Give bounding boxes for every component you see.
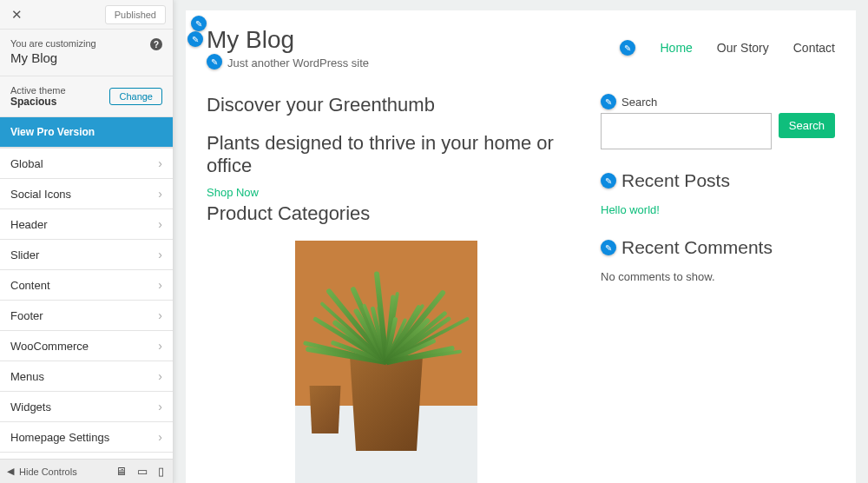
search-button[interactable]: Search [779,113,835,138]
panel-label: Widgets [10,400,51,414]
chevron-right-icon: › [158,430,162,444]
chevron-right-icon: › [158,217,162,231]
tablet-preview-icon[interactable]: ▭ [137,465,148,478]
sidebar-footer: ◀ Hide Controls 🖥 ▭ ▯ [0,459,173,483]
chevron-right-icon: › [158,156,162,170]
chevron-right-icon: › [158,400,162,414]
panel-label: Content [10,279,50,292]
recent-posts-widget: ✎ Recent Posts Hello world! [601,170,835,216]
panel-slider[interactable]: Slider› [0,240,173,270]
site-tagline: Just another WordPress site [227,56,369,69]
chevron-right-icon: › [158,339,162,353]
edit-shortcut-icon[interactable]: ✎ [191,16,207,31]
site-branding: ✎ My Blog ✎ Just another WordPress site [207,26,369,69]
close-customizer-button[interactable]: ✕ [3,2,30,28]
edit-shortcut-icon[interactable]: ✎ [207,54,222,69]
panel-label: Global [10,157,43,170]
panel-footer[interactable]: Footer› [0,301,173,331]
primary-nav: ✎ Home Our Story Contact [620,40,835,56]
hero-heading-1: Discover your Greenthumb [207,94,566,116]
panel-label: WooCommerce [10,340,89,353]
panel-header[interactable]: Header› [0,209,173,240]
main-content: Discover your Greenthumb Plants designed… [207,94,566,483]
mobile-preview-icon[interactable]: ▯ [158,465,164,478]
desktop-preview-icon[interactable]: 🖥 [115,465,127,478]
active-theme-row: Active theme Spacious Change [0,76,173,117]
customizing-site-name: My Blog [10,50,162,65]
chevron-right-icon: › [158,187,162,201]
shop-now-link[interactable]: Shop Now [207,186,259,199]
edit-shortcut-icon[interactable]: ✎ [601,94,616,109]
edit-shortcut-icon[interactable]: ✎ [601,240,616,255]
panel-global[interactable]: Global› [0,148,173,179]
recent-posts-title: Recent Posts [621,170,730,191]
panel-woocommerce[interactable]: WooCommerce› [0,331,173,361]
hide-controls-button[interactable]: ◀ Hide Controls [3,466,115,477]
panel-additional-css[interactable]: Additional CSS› [0,453,173,459]
nav-our-story[interactable]: Our Story [717,41,769,55]
active-theme-label: Active theme [10,85,66,96]
search-input[interactable] [601,113,772,149]
search-widget: ✎ Search Search [601,94,835,149]
help-icon[interactable]: ? [150,38,162,50]
edit-shortcut-icon[interactable]: ✎ [620,40,635,56]
sidebar-top-bar: ✕ Published [0,0,173,30]
product-categories-heading: Product Categories [207,202,566,225]
panel-homepage-settings[interactable]: Homepage Settings› [0,422,173,453]
chevron-right-icon: › [158,308,162,322]
panel-content[interactable]: Content› [0,270,173,301]
nav-contact[interactable]: Contact [793,41,835,55]
panel-label: Homepage Settings [10,431,109,444]
panel-label: Header [10,218,48,231]
chevron-right-icon: › [158,369,162,383]
no-comments-text: No comments to show. [601,270,835,283]
sidebar-widgets: ✎ Search Search ✎ Recent Posts [601,94,835,483]
site-preview: ✎ ✎ My Blog ✎ Just another WordPress sit… [186,10,856,483]
chevron-right-icon: › [158,248,162,261]
collapse-icon: ◀ [7,466,14,477]
change-theme-button[interactable]: Change [109,88,162,105]
site-header: ✎ My Blog ✎ Just another WordPress site … [186,10,856,76]
device-preview-toggles: 🖥 ▭ ▯ [115,465,169,478]
view-pro-version-button[interactable]: View Pro Version [0,117,173,148]
site-title[interactable]: My Blog [207,26,369,54]
search-widget-label: Search [621,96,657,109]
customizer-sidebar: ✕ Published You are customizing My Blog … [0,0,174,483]
customizing-info: You are customizing My Blog ? [0,30,173,76]
recent-comments-title: Recent Comments [621,237,773,258]
edit-shortcut-icon[interactable]: ✎ [601,173,616,189]
hide-controls-label: Hide Controls [19,466,77,477]
preview-frame-wrap: ✎ ✎ My Blog ✎ Just another WordPress sit… [174,0,868,483]
hero-heading-2: Plants designed to thrive in your home o… [207,132,566,177]
chevron-right-icon: › [158,278,162,292]
site-body: Discover your Greenthumb Plants designed… [186,76,856,483]
panel-label: Slider [10,248,39,261]
active-theme-name: Spacious [10,96,66,108]
category-image[interactable] [295,241,477,483]
customizing-label: You are customizing [10,38,162,49]
customizer-panel-list: Global› Social Icons› Header› Slider› Co… [0,148,173,459]
panel-label: Social Icons [10,188,71,201]
panel-menus[interactable]: Menus› [0,361,173,392]
panel-label: Footer [10,309,43,322]
recent-comments-widget: ✎ Recent Comments No comments to show. [601,237,835,283]
panel-label: Menus [10,370,44,383]
recent-post-link[interactable]: Hello world! [601,203,835,216]
panel-widgets[interactable]: Widgets› [0,392,173,422]
publish-status-button[interactable]: Published [105,5,166,24]
nav-home[interactable]: Home [660,41,692,55]
edit-shortcut-icon[interactable]: ✎ [187,31,203,47]
panel-social-icons[interactable]: Social Icons› [0,179,173,209]
